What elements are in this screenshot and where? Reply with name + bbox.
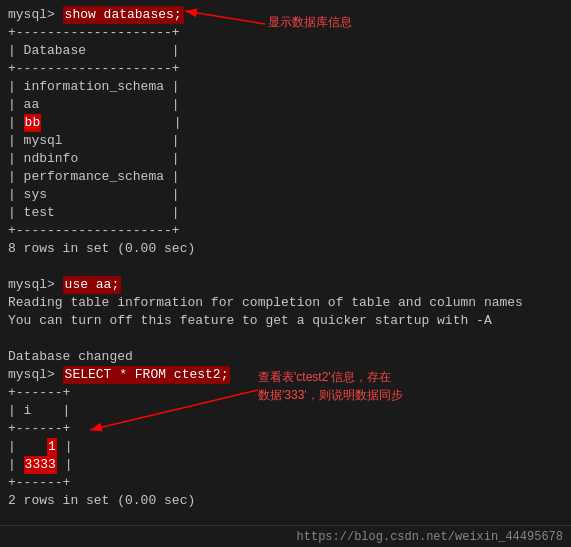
line-use-aa: mysql> use aa; (8, 276, 563, 294)
row-test: | test | (8, 204, 563, 222)
table-border-mid: +--------------------+ (8, 60, 563, 78)
footer-url: https://blog.csdn.net/weixin_44495678 (297, 530, 563, 544)
table-header: | Database | (8, 42, 563, 60)
bb-highlight: bb (24, 114, 42, 132)
prompt-3: mysql> (8, 366, 63, 384)
cmd-select-ctest2: SELECT * FROM ctest2; (63, 366, 231, 384)
terminal-content: mysql> show databases; +----------------… (8, 6, 563, 547)
cmd-use-aa: use aa; (63, 276, 122, 294)
num-3333-highlight: 3333 (24, 456, 57, 474)
row-perf-schema: | performance_schema | (8, 168, 563, 186)
turn-off-feature: You can turn off this feature to get a q… (8, 312, 563, 330)
ctest2-border-bottom: +------+ (8, 474, 563, 492)
cmd-show-databases: show databases; (63, 6, 184, 24)
result-2rows: 2 rows in set (0.00 sec) (8, 492, 563, 510)
row-aa: | aa | (8, 96, 563, 114)
blank-1 (8, 258, 563, 276)
footer-bar: https://blog.csdn.net/weixin_44495678 (0, 525, 571, 547)
table-border-bottom: +--------------------+ (8, 222, 563, 240)
annotation-show-db: 显示数据库信息 (268, 14, 352, 31)
terminal-window: mysql> show databases; +----------------… (0, 0, 571, 547)
row-ndbinfo: | ndbinfo | (8, 150, 563, 168)
db-changed: Database changed (8, 348, 563, 366)
row-info-schema: | information_schema | (8, 78, 563, 96)
num-1-highlight: 1 (47, 438, 57, 456)
annotation-ctest2: 查看表'ctest2'信息，存在数据'333'，则说明数据同步 (258, 368, 403, 404)
row-bb: | bb | (8, 114, 563, 132)
prompt-2: mysql> (8, 276, 63, 294)
row-mysql: | mysql | (8, 132, 563, 150)
ctest2-border-mid: +------+ (8, 420, 563, 438)
ctest2-row-3333: | 3333 | (8, 456, 563, 474)
result-8rows: 8 rows in set (0.00 sec) (8, 240, 563, 258)
reading-table-info: Reading table information for completion… (8, 294, 563, 312)
blank-2 (8, 330, 563, 348)
row-sys: | sys | (8, 186, 563, 204)
annotation-ctest2-text: 查看表'ctest2'信息，存在数据'333'，则说明数据同步 (258, 370, 403, 402)
ctest2-row-1: | 1 | (8, 438, 563, 456)
prompt-1: mysql> (8, 6, 63, 24)
ctest2-header: | i | (8, 402, 563, 420)
